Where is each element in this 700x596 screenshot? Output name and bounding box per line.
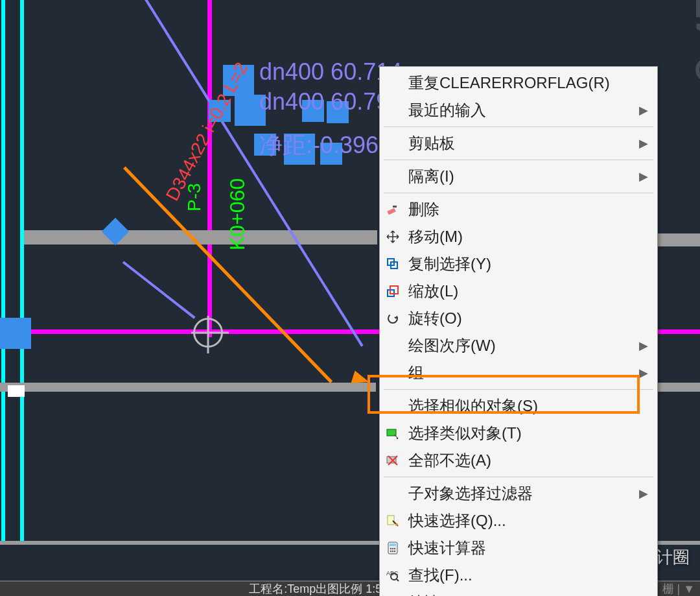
menu-item[interactable]: 特性(S) (380, 589, 657, 596)
menu-item-label: 快速选择(Q)... (408, 510, 506, 531)
svg-rect-0 (387, 208, 395, 215)
pipe-label: dn400 60.79 (259, 88, 389, 115)
blue-diagonal (122, 261, 196, 318)
menu-separator (384, 160, 653, 160)
cyan-line (20, 0, 24, 545)
menu-item[interactable]: 移动(M) (380, 223, 657, 250)
menu-item-label: 绘图次序(W) (408, 335, 496, 356)
submenu-arrow-icon: ▶ (639, 169, 648, 184)
menu-item[interactable]: 删除 (380, 196, 657, 223)
menu-item-label: 全部不选(A) (408, 450, 491, 471)
magenta-vline (207, 0, 212, 337)
gray-bar (0, 383, 376, 392)
node-marker (193, 318, 223, 348)
menu-item[interactable]: 重复CLEARERRORFLAG(R) (380, 69, 657, 97)
menu-item[interactable]: 剪贴板▶ (380, 130, 657, 157)
blue-diagonal (121, 0, 363, 347)
svg-point-15 (394, 548, 395, 549)
menu-item-label: 移动(M) (408, 226, 463, 247)
svg-point-10 (395, 523, 398, 526)
menu-item-label: 选择类似对象(T) (408, 423, 522, 444)
menu-separator (384, 477, 653, 477)
menu-item[interactable]: 缩放(L) (380, 278, 657, 305)
menu-item-label: 快速计算器 (408, 538, 486, 558)
menu-item-label: 剪贴板 (408, 133, 455, 154)
menu-item-label: 特性(S) (408, 592, 460, 596)
menu-separator (384, 126, 653, 127)
menu-item[interactable]: 快速选择(Q)... (380, 507, 657, 534)
cyan-line (1, 0, 5, 545)
menu-item-label: 复制选择(Y) (408, 254, 491, 274)
erase-icon (385, 202, 401, 217)
scale-icon (385, 283, 401, 299)
menu-item[interactable]: 选择类似对象(T) (380, 420, 657, 447)
menu-item[interactable]: 快速计算器 (380, 534, 657, 562)
svg-rect-12 (390, 543, 396, 546)
qselect-icon (385, 513, 401, 529)
copy-icon (385, 256, 401, 272)
white-marker (8, 385, 25, 397)
rotate-icon (385, 311, 401, 326)
find-icon: ABC (385, 567, 401, 583)
menu-item-label: 隔离(I) (408, 166, 454, 187)
station-label: P-3 (184, 183, 205, 211)
menu-separator (384, 193, 653, 193)
menu-item[interactable]: 复制选择(Y) (380, 250, 657, 278)
menu-item-label: 缩放(L) (408, 281, 458, 302)
menu-item[interactable]: 最近的输入▶ (380, 97, 657, 124)
status-right: 栅 | ▼ (662, 582, 695, 596)
submenu-arrow-icon: ▶ (639, 366, 648, 380)
gray-bar (24, 230, 377, 244)
big-number: 0.47 (684, 0, 700, 84)
svg-point-13 (390, 548, 391, 549)
submenu-arrow-icon: ▶ (639, 486, 648, 501)
svg-rect-9 (388, 516, 394, 525)
menu-item[interactable]: 旋转(O) (380, 305, 657, 332)
gray-bar (657, 383, 700, 392)
submenu-arrow-icon: ▶ (639, 136, 648, 150)
svg-rect-1 (393, 206, 397, 208)
menu-item[interactable]: 隔离(I)▶ (380, 163, 657, 190)
selsim-icon (385, 425, 401, 441)
grip-handle[interactable] (0, 318, 31, 349)
svg-point-18 (394, 551, 395, 552)
submenu-arrow-icon: ▶ (639, 103, 648, 117)
menu-item[interactable]: 全部不选(A) (380, 447, 657, 474)
calc-icon (385, 540, 401, 556)
move-icon (385, 229, 401, 244)
menu-item[interactable]: ABC查找(F)... (380, 562, 657, 589)
menu-item-label: 最近的输入 (408, 100, 486, 121)
menu-item-label: 旋转(O) (408, 308, 462, 329)
menu-item[interactable]: 子对象选择过滤器▶ (380, 480, 657, 507)
svg-point-17 (392, 551, 393, 552)
menu-item-label: 查找(F)... (408, 565, 472, 586)
deselect-icon (385, 453, 401, 468)
clearance-label: 净距:-0.396 (259, 130, 379, 161)
context-menu: 重复CLEARERRORFLAG(R)最近的输入▶剪贴板▶隔离(I)▶删除移动(… (379, 66, 658, 596)
menu-item-label: 删除 (408, 199, 439, 220)
submenu-arrow-icon: ▶ (639, 339, 648, 353)
menu-item[interactable]: 绘图次序(W)▶ (380, 332, 657, 359)
chainage-label: K0+060 (226, 178, 250, 250)
menu-item-label: 重复CLEARERRORFLAG(R) (408, 73, 610, 93)
annotation-highlight (368, 375, 640, 414)
menu-item-label: 子对象选择过滤器 (408, 483, 533, 504)
svg-point-16 (390, 551, 391, 552)
svg-point-14 (392, 548, 393, 549)
gray-bar (657, 233, 700, 246)
